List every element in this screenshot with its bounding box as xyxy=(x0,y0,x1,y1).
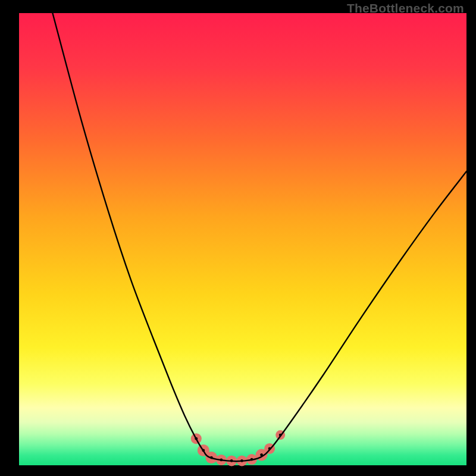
plot-area xyxy=(19,13,466,465)
outer-frame: TheBottleneck.com xyxy=(0,0,476,476)
marker-dot xyxy=(268,447,271,450)
marker-dot xyxy=(279,434,282,437)
marker-dot xyxy=(195,437,198,440)
marker-dot xyxy=(240,459,243,462)
marker-dot xyxy=(220,458,223,461)
marker-dot xyxy=(210,456,213,459)
bottleneck-curve xyxy=(52,13,466,461)
chart-svg xyxy=(19,13,466,465)
marker-dot xyxy=(260,453,263,456)
marker-dot xyxy=(202,449,205,452)
watermark-text: TheBottleneck.com xyxy=(347,1,464,15)
marker-dot xyxy=(230,459,233,462)
marker-dot xyxy=(250,458,253,461)
